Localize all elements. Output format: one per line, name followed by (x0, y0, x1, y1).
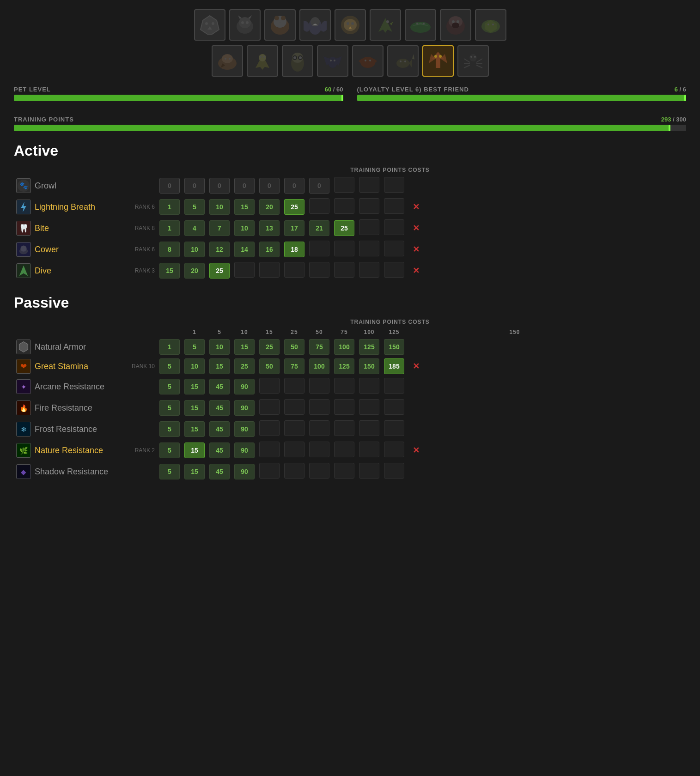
cost-box[interactable]: 90 (234, 379, 255, 394)
cost-box[interactable]: 15 (234, 339, 255, 355)
cost-box[interactable]: 0 (184, 178, 205, 194)
cost-box[interactable]: 12 (209, 242, 230, 257)
remove-skill-button[interactable]: ✕ (409, 202, 423, 212)
cost-box[interactable]: 185 (384, 358, 404, 374)
pet-icon-scorpid[interactable] (387, 45, 419, 77)
cost-box[interactable]: 50 (284, 339, 304, 355)
cost-box[interactable]: 7 (209, 220, 230, 236)
remove-skill-button[interactable]: ✕ (409, 245, 423, 254)
pet-icon-hyena[interactable] (247, 45, 278, 77)
cost-box[interactable]: 0 (259, 178, 280, 194)
cost-box[interactable]: 45 (209, 400, 230, 416)
cost-box[interactable]: 15 (184, 464, 205, 479)
pet-icon-owl[interactable] (282, 45, 313, 77)
cost-box[interactable]: 25 (334, 220, 354, 236)
pet-icon-bird[interactable] (299, 9, 331, 41)
svg-line-81 (464, 65, 470, 68)
cost-box[interactable]: 0 (309, 178, 329, 194)
cost-box[interactable]: 100 (334, 339, 354, 355)
pet-icon-spider[interactable] (457, 45, 489, 77)
cost-box[interactable]: 0 (209, 178, 230, 194)
pet-icon-raptor[interactable] (370, 9, 401, 41)
cost-box[interactable]: 45 (209, 443, 230, 458)
cost-box[interactable]: 90 (234, 421, 255, 437)
cost-box[interactable]: 25 (284, 199, 304, 215)
cost-box[interactable]: 25 (259, 339, 280, 355)
cost-box[interactable]: 20 (184, 263, 205, 279)
pet-icon-cat[interactable] (229, 9, 261, 41)
pet-icon-wyvern[interactable] (422, 45, 454, 77)
cost-box[interactable]: 17 (284, 220, 304, 236)
cost-box[interactable]: 5 (159, 443, 180, 458)
cost-box[interactable]: 45 (209, 464, 230, 479)
cost-box[interactable]: 150 (384, 339, 404, 355)
pet-icon-lion[interactable] (335, 9, 366, 41)
cost-box[interactable]: 90 (234, 443, 255, 458)
cost-box[interactable]: 5 (184, 339, 205, 355)
pet-icon-boar[interactable] (212, 45, 243, 77)
cost-box[interactable]: 125 (359, 339, 379, 355)
pet-icon-wolf[interactable] (194, 9, 225, 41)
cost-box[interactable]: 75 (309, 339, 329, 355)
cost-box[interactable]: 13 (259, 220, 280, 236)
cost-box[interactable]: 18 (284, 242, 304, 257)
remove-skill-button[interactable]: ✕ (409, 224, 423, 233)
cost-box[interactable]: 0 (159, 178, 180, 194)
cost-box[interactable]: 10 (184, 242, 205, 257)
cost-box[interactable]: 90 (234, 464, 255, 479)
cost-box[interactable]: 1 (159, 220, 180, 236)
cost-box[interactable]: 15 (184, 443, 205, 458)
cost-box[interactable]: 10 (234, 220, 255, 236)
cost-box[interactable]: 5 (159, 358, 180, 374)
cost-box[interactable]: 14 (234, 242, 255, 257)
cost-box[interactable]: 25 (209, 263, 230, 279)
cost-box[interactable]: 0 (284, 178, 304, 194)
skill-rank: RANK 6 (120, 239, 157, 260)
svg-point-48 (259, 54, 266, 61)
pet-icon-bear[interactable] (264, 9, 296, 41)
cost-box[interactable]: 5 (159, 400, 180, 416)
cost-box[interactable]: 45 (209, 379, 230, 394)
remove-skill-button[interactable]: ✕ (409, 362, 423, 371)
svg-marker-73 (429, 54, 436, 63)
pet-icon-croc[interactable] (405, 9, 436, 41)
cost-box[interactable]: 25 (234, 358, 255, 374)
pet-icon-bat[interactable] (317, 45, 348, 77)
cost-box[interactable]: 15 (159, 263, 180, 279)
cost-box-empty (334, 262, 354, 278)
cost-box[interactable]: 21 (309, 220, 329, 236)
pet-icon-turtle[interactable] (475, 9, 506, 41)
cost-box[interactable]: 5 (184, 199, 205, 215)
svg-point-23 (347, 22, 349, 25)
cost-box[interactable]: 8 (159, 242, 180, 257)
cost-box[interactable]: 15 (184, 379, 205, 394)
cost-box[interactable]: 1 (159, 339, 180, 355)
cost-box[interactable]: 16 (259, 242, 280, 257)
cost-box[interactable]: 75 (284, 358, 304, 374)
cost-box[interactable]: 15 (184, 400, 205, 416)
cost-box[interactable]: 15 (209, 358, 230, 374)
remove-skill-button[interactable]: ✕ (409, 446, 423, 455)
remove-skill-button[interactable]: ✕ (409, 266, 423, 275)
cost-box[interactable]: 10 (209, 199, 230, 215)
cost-box[interactable]: 4 (184, 220, 205, 236)
cost-box[interactable]: 5 (159, 379, 180, 394)
cost-box[interactable]: 15 (234, 199, 255, 215)
cost-box[interactable]: 10 (209, 339, 230, 355)
active-skills-table: TRAINING POINTS COSTS 🐾 Growl 0000000 Li… (14, 165, 686, 281)
cost-box[interactable]: 125 (334, 358, 354, 374)
cost-box[interactable]: 5 (159, 421, 180, 437)
cost-box[interactable]: 45 (209, 421, 230, 437)
cost-box[interactable]: 15 (184, 421, 205, 437)
cost-box[interactable]: 50 (259, 358, 280, 374)
cost-box[interactable]: 1 (159, 199, 180, 215)
cost-box[interactable]: 150 (359, 358, 379, 374)
pet-icon-gorilla[interactable] (440, 9, 471, 41)
cost-box[interactable]: 90 (234, 400, 255, 416)
cost-box[interactable]: 20 (259, 199, 280, 215)
cost-box[interactable]: 5 (159, 464, 180, 479)
cost-box[interactable]: 10 (184, 358, 205, 374)
cost-box[interactable]: 0 (234, 178, 255, 194)
cost-box[interactable]: 100 (309, 358, 329, 374)
pet-icon-crab[interactable] (352, 45, 383, 77)
